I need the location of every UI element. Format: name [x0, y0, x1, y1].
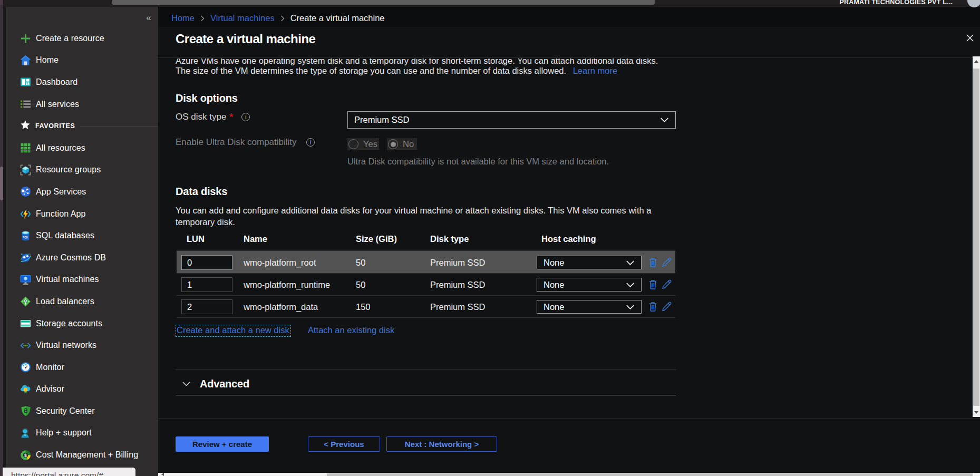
section-divider	[176, 370, 676, 370]
svg-text:SQL: SQL	[23, 235, 29, 238]
sql-database-icon: SQL	[20, 230, 31, 241]
sidebar-section-favorites: FAVORITES	[6, 115, 158, 137]
sidebar-item-cost-management[interactable]: $ Cost Management + Billing	[6, 444, 158, 466]
section-divider	[176, 395, 676, 396]
sidebar-item-resource-groups[interactable]: Resource groups	[6, 159, 158, 181]
favorites-rule	[80, 126, 158, 127]
sidebar-nav: Create a resource Home	[6, 27, 158, 466]
host-caching-select-0[interactable]: None	[537, 256, 642, 269]
host-caching-select-1[interactable]: None	[537, 278, 642, 292]
sidebar-item-help-support[interactable]: Help + support	[6, 422, 158, 444]
info-icon[interactable]: i	[241, 113, 250, 121]
disk-options-heading: Disk options	[176, 92, 238, 104]
attach-existing-disk-link[interactable]: Attach an existing disk	[308, 325, 394, 335]
blade: Home Virtual machines Create a virtual m…	[158, 7, 980, 476]
lightning-icon	[20, 208, 31, 219]
sidebar-item-security-center[interactable]: Security Center	[6, 400, 158, 422]
dashboard-icon	[20, 76, 31, 88]
plus-icon	[20, 33, 31, 44]
edge-strip-top	[0, 0, 3, 5]
global-search-input[interactable]	[112, 0, 655, 5]
delete-disk-icon[interactable]	[648, 301, 658, 312]
vertical-scrollbar[interactable]	[973, 56, 980, 417]
review-create-button[interactable]: Review + create	[176, 436, 269, 452]
sidebar-item-all-services[interactable]: All services	[6, 93, 158, 115]
page-title: Create a virtual machine	[176, 32, 315, 46]
previous-button[interactable]: < Previous	[308, 436, 380, 452]
sidebar-item-label: SQL databases	[36, 231, 94, 240]
column-header-disk-type: Disk type	[430, 234, 469, 244]
horizontal-scrollbar[interactable]	[158, 473, 980, 476]
breadcrumb: Home Virtual machines Create a virtual m…	[158, 7, 980, 27]
sidebar-item-load-balancers[interactable]: Load balancers	[6, 290, 158, 313]
load-balancer-icon	[20, 296, 31, 307]
delete-disk-icon[interactable]	[648, 279, 658, 289]
lun-input-0[interactable]	[181, 255, 232, 270]
lun-input-1[interactable]	[181, 277, 232, 292]
avatar[interactable]	[967, 0, 980, 7]
create-attach-disk-link[interactable]: Create and attach a new disk	[176, 325, 291, 337]
shield-icon	[20, 405, 31, 416]
ultra-disk-label: Enable Ultra Disk compatibility i	[176, 137, 315, 147]
radio-icon	[348, 139, 358, 149]
disk-size-cell: 50	[356, 258, 365, 268]
sidebar-item-label: Security Center	[36, 406, 95, 416]
sidebar-item-azure-cosmos-db[interactable]: Azure Cosmos DB	[6, 247, 158, 269]
info-icon[interactable]: i	[306, 138, 315, 147]
data-disks-heading: Data disks	[176, 186, 227, 198]
disk-name-cell: wmo-platform_data	[244, 302, 318, 312]
scroll-left-icon[interactable]	[161, 473, 164, 476]
horizontal-scrollbar-thumb[interactable]	[327, 473, 973, 476]
sidebar-item-monitor[interactable]: Monitor	[6, 356, 158, 378]
advisor-icon	[20, 384, 31, 395]
vertical-scrollbar-thumb[interactable]	[973, 69, 979, 406]
home-icon	[20, 55, 31, 66]
column-header-size: Size (GiB)	[356, 234, 397, 244]
sidebar-item-virtual-networks[interactable]: Virtual networks	[6, 334, 158, 356]
virtual-machine-icon	[20, 274, 31, 285]
sidebar-item-all-resources[interactable]: All resources	[6, 137, 158, 159]
sidebar-item-virtual-machines[interactable]: Virtual machines	[6, 269, 158, 291]
sidebar-item-dashboard[interactable]: Dashboard	[6, 71, 158, 93]
edit-disk-icon[interactable]	[662, 301, 672, 312]
sidebar-item-label: Storage accounts	[36, 319, 102, 328]
disk-name-cell: wmo-platform_root	[244, 258, 316, 268]
breadcrumb-home[interactable]: Home	[171, 13, 195, 23]
sidebar-item-home[interactable]: Home	[6, 50, 158, 72]
breadcrumb-virtual-machines[interactable]: Virtual machines	[210, 13, 275, 23]
sidebar-item-label: All resources	[36, 143, 85, 153]
delete-disk-icon[interactable]	[648, 257, 658, 267]
host-caching-select-2[interactable]: None	[537, 300, 642, 314]
advanced-section-toggle[interactable]: Advanced	[182, 378, 249, 390]
sidebar-item-label: Cost Management + Billing	[36, 450, 138, 460]
sidebar-item-sql-databases[interactable]: SQL SQL databases	[6, 225, 158, 247]
learn-more-link[interactable]: Learn more	[573, 66, 617, 75]
cosmos-db-icon	[20, 252, 31, 263]
tenant-name[interactable]: PRAMATI TECHNOLOGIES PVT L...	[839, 0, 953, 7]
ultra-disk-radio-yes[interactable]: Yes	[347, 138, 379, 150]
edit-disk-icon[interactable]	[662, 279, 672, 289]
os-disk-type-select[interactable]: Premium SSD	[347, 111, 676, 129]
ultra-disk-radio-no[interactable]: No	[387, 138, 417, 150]
sidebar-item-app-services[interactable]: App Services	[6, 181, 158, 203]
breadcrumb-separator-icon	[200, 15, 205, 22]
edit-disk-icon[interactable]	[662, 257, 672, 267]
sidebar-item-function-app[interactable]: Function App	[6, 203, 158, 225]
sidebar-item-label: Create a resource	[36, 34, 104, 43]
header-hairline	[158, 57, 973, 58]
data-disks-desc-line2: temporary disk.	[176, 216, 235, 228]
scroll-up-icon[interactable]	[973, 57, 980, 65]
sidebar-item-label: Virtual machines	[36, 275, 99, 284]
headset-person-icon	[20, 428, 31, 439]
sidebar-item-advisor[interactable]: Advisor	[6, 378, 158, 401]
column-header-name: Name	[244, 234, 267, 244]
scroll-down-icon[interactable]	[973, 409, 980, 416]
close-icon[interactable]	[965, 33, 975, 43]
cube-brackets-icon	[20, 164, 31, 176]
sidebar-item-label: Load balancers	[36, 297, 94, 306]
lun-input-2[interactable]	[181, 299, 232, 314]
sidebar-item-storage-accounts[interactable]: Storage accounts	[6, 313, 158, 335]
sidebar-collapse-button[interactable]: «	[143, 13, 154, 23]
sidebar-item-create-a-resource[interactable]: Create a resource	[6, 27, 158, 50]
next-networking-button[interactable]: Next : Networking >	[386, 436, 497, 452]
